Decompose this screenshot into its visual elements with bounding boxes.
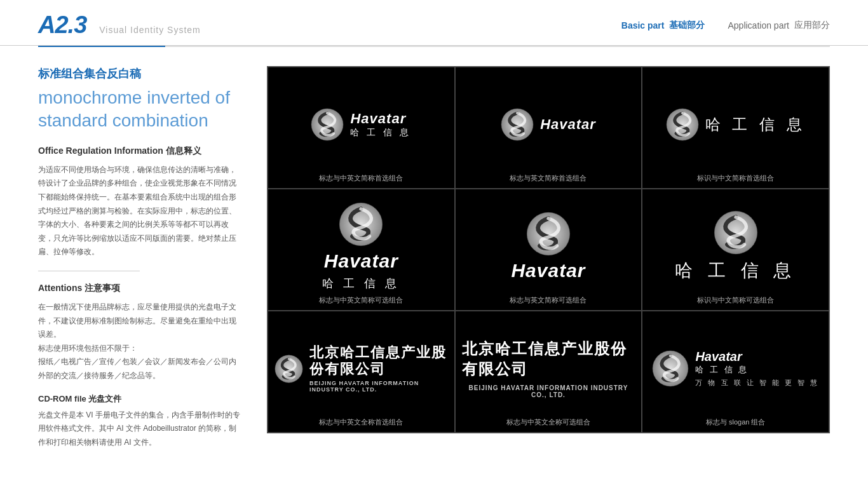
logo-cell-9: Havatar 哈 工 信 息 万 物 互 联 让 智 能 更 智 慧 标志与 …	[642, 311, 829, 433]
cdrom-text: 光盘文件是本 VI 手册电子文件的集合，内含手册制作时的专用软件格式文件。其中 …	[38, 409, 241, 450]
brand-cn-only-3: 哈 工 信 息	[705, 114, 806, 135]
caption-7: 标志与中英文全称首选组合	[268, 417, 454, 427]
logo-content-7: 北京哈工信息产业股份有限公司 BEIJING HAVATAR INFORMATI…	[275, 344, 448, 393]
havatar-icon-3	[666, 108, 699, 141]
logo-cell-3: 哈 工 信 息 标识与中文简称首选组合	[642, 67, 829, 189]
havatar-icon-4	[339, 202, 383, 247]
page-subtitle: Visual Identity System	[99, 25, 200, 35]
attentions-heading: Attentions 注意事项	[38, 283, 241, 294]
logo-content-2: Havatar	[501, 108, 596, 141]
nav-basic-cn[interactable]: 基础部分	[669, 20, 705, 31]
section-title-cn: 标准组合集合反白稿	[38, 66, 241, 81]
logo-cell-4: Havatar 哈 工 信 息 标志与中英文简称可选组合	[268, 189, 455, 311]
brand-en-2: Havatar	[540, 116, 596, 133]
info-heading: Office Regulation Information 信息释义	[38, 146, 241, 157]
brand-en-9: Havatar	[695, 349, 819, 364]
caption-2: 标志与英文简称首选组合	[456, 173, 642, 183]
slogan-9: 万 物 互 联 让 智 能 更 智 慧	[695, 378, 819, 388]
logo-content-3: 哈 工 信 息	[666, 108, 806, 141]
caption-3: 标识与中文简称首选组合	[642, 173, 829, 183]
caption-1: 标志与中英文简称首选组合	[268, 173, 454, 183]
logo-content-5: Havatar	[511, 212, 585, 281]
havatar-icon-6	[714, 210, 758, 255]
info-text: 为适应不同使用场合与环境，确保信息传达的清晰与准确，特设计了企业品牌的多种组合，…	[38, 163, 241, 259]
logo-grid: Havatar 哈 工 信 息 标志与中英文简称首选组合	[267, 66, 830, 433]
nav-app-en[interactable]: Application part	[728, 20, 789, 30]
brand-en-5: Havatar	[511, 260, 585, 281]
havatar-icon-2	[501, 108, 534, 141]
fullname-en-8: BEIJING HAVATAR INFORMATION INDUSTRY CO.…	[462, 384, 635, 398]
page-header: A2.3 Visual Identity System Basic part 基…	[0, 0, 868, 46]
caption-6: 标识与中文简称可选组合	[642, 295, 829, 305]
main-content: 标准组合集合反白稿 monochrome inverted of standar…	[0, 47, 868, 478]
logo-content-6: 哈 工 信 息	[675, 210, 796, 283]
havatar-icon-9	[652, 350, 689, 387]
logo-content-4: Havatar 哈 工 信 息	[322, 202, 400, 291]
logo-cell-5: Havatar 标志与英文简称可选组合	[455, 189, 642, 311]
brand-cn-4: 哈 工 信 息	[322, 276, 400, 291]
havatar-icon-7	[275, 355, 303, 383]
brand-en-1: Havatar	[350, 111, 411, 127]
nav-app-cn[interactable]: 应用部分	[794, 20, 830, 31]
fullname-en-7: BEIJING HAVATAR INFORMATION INDUSTRY CO.…	[309, 380, 448, 393]
brand-text-group-1: Havatar 哈 工 信 息	[350, 111, 411, 139]
fullname-cn-7: 北京哈工信息产业股份有限公司	[309, 344, 448, 378]
header-left: A2.3 Visual Identity System	[38, 11, 201, 39]
brand-en-4: Havatar	[324, 250, 398, 272]
title-en-line1: monochrome inverted of	[38, 88, 230, 107]
attentions-text: 在一般情况下使用品牌标志，应尽量使用提供的光盘电子文件，不建议使用标准制图绘制标…	[38, 301, 241, 383]
caption-4: 标志与中英文简称可选组合	[268, 295, 454, 305]
fullname-cn-8: 北京哈工信息产业股份有限公司	[462, 339, 635, 379]
logo-content-1: Havatar 哈 工 信 息	[311, 108, 411, 141]
brand-group-9: Havatar 哈 工 信 息 万 物 互 联 让 智 能 更 智 慧	[695, 349, 819, 388]
havatar-icon-5	[526, 212, 571, 256]
logo-cell-7: 北京哈工信息产业股份有限公司 BEIJING HAVATAR INFORMATI…	[268, 311, 455, 433]
caption-8: 标志与中英文全称可选组合	[456, 417, 642, 427]
logo-cell-8: 北京哈工信息产业股份有限公司 BEIJING HAVATAR INFORMATI…	[455, 311, 642, 433]
brand-cn-1: 哈 工 信 息	[350, 127, 411, 139]
section-title-en: monochrome inverted of standard combinat…	[38, 86, 241, 133]
logo-content-9: Havatar 哈 工 信 息 万 物 互 联 让 智 能 更 智 慧	[652, 349, 819, 388]
header-nav: Basic part 基础部分 Application part 应用部分	[621, 20, 830, 31]
brand-cn-9: 哈 工 信 息	[695, 364, 819, 376]
brand-cn-only-6: 哈 工 信 息	[675, 259, 796, 283]
divider	[38, 271, 140, 271]
logo-content-8: 北京哈工信息产业股份有限公司 BEIJING HAVATAR INFORMATI…	[462, 339, 635, 398]
right-panel: Havatar 哈 工 信 息 标志与中英文简称首选组合	[267, 66, 830, 459]
logo-cell-6: 哈 工 信 息 标识与中文简称可选组合	[642, 189, 829, 311]
nav-basic-en[interactable]: Basic part	[621, 20, 665, 30]
logo-cell-1: Havatar 哈 工 信 息 标志与中英文简称首选组合	[268, 67, 455, 189]
brand-fullname-7: 北京哈工信息产业股份有限公司 BEIJING HAVATAR INFORMATI…	[309, 344, 448, 393]
caption-9: 标志与 slogan 组合	[642, 417, 829, 427]
left-panel: 标准组合集合反白稿 monochrome inverted of standar…	[38, 66, 241, 459]
cdrom-heading: CD-ROM file 光盘文件	[38, 393, 241, 405]
havatar-icon-1	[311, 108, 344, 141]
page-code: A2.3	[38, 11, 86, 39]
title-en-line2: standard combination	[38, 111, 208, 130]
caption-5: 标志与英文简称可选组合	[456, 295, 642, 305]
logo-cell-2: Havatar 标志与英文简称首选组合	[455, 67, 642, 189]
